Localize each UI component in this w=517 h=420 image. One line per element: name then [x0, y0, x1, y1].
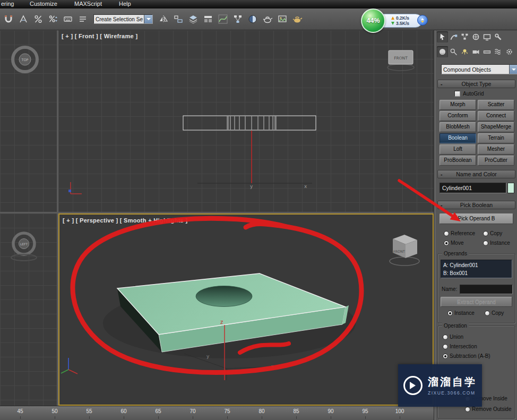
watermark: 溜溜自学 ZIXUE.3066.COM	[398, 364, 482, 407]
systems-category-icon[interactable]	[504, 46, 515, 57]
union-radio[interactable]	[443, 335, 448, 340]
top-viewcube-label: TOP	[21, 58, 28, 62]
boolean-button[interactable]: Boolean	[440, 133, 476, 143]
menu-item-help[interactable]: Help	[119, 1, 131, 7]
connect-button[interactable]: Connect	[478, 111, 514, 121]
subtraction-ab-radio[interactable]	[443, 354, 448, 359]
health-score-ball[interactable]: 44%	[361, 8, 385, 33]
create-tab-icon[interactable]	[437, 31, 448, 42]
render-production-icon[interactable]	[290, 12, 304, 26]
operands-group-label: Operands	[442, 251, 469, 256]
autogrid-checkbox[interactable]	[454, 91, 460, 97]
viewport-splitter-horizontal[interactable]	[0, 212, 434, 213]
intersection-radio[interactable]	[443, 344, 448, 349]
front-axis-tripod-icon	[68, 182, 82, 194]
mirror-icon[interactable]	[157, 12, 170, 26]
operand-list-item[interactable]: B: Box001	[443, 269, 510, 277]
menu-item-rendering[interactable]: ering	[1, 1, 14, 7]
top-viewport[interactable]: TOP	[0, 30, 57, 212]
main-toolbar: Create Selection Se	[0, 8, 517, 30]
spacewarps-category-icon[interactable]	[493, 46, 504, 57]
spinner-snap-icon[interactable]	[46, 12, 60, 26]
selection-set-dropdown[interactable]: Create Selection Se	[93, 14, 153, 24]
timeline-tick: 80	[258, 408, 264, 414]
display-tab-icon[interactable]	[481, 31, 493, 42]
reference-radio[interactable]	[444, 231, 449, 236]
copy-radio[interactable]	[483, 231, 488, 236]
name-color-rollout-header[interactable]: - Name and Color	[437, 170, 515, 178]
operand-name-input[interactable]	[460, 285, 513, 294]
rendered-frame-icon[interactable]	[275, 12, 289, 26]
render-setup-icon[interactable]	[261, 12, 274, 26]
terrain-button[interactable]: Terrain	[478, 133, 514, 143]
move-label: Move	[451, 240, 463, 246]
align-icon[interactable]	[171, 12, 185, 26]
extract-copy-label: Copy	[492, 310, 504, 316]
front-viewcube[interactable]: FRONT	[387, 50, 414, 71]
viewport-splitter-vertical[interactable]	[57, 30, 58, 406]
network-speed-widget[interactable]: 0.2K/s 3.5K/s 44%	[361, 8, 430, 33]
hierarchy-tab-icon[interactable]	[459, 31, 470, 42]
extract-operand-button[interactable]: Extract Operand	[441, 297, 512, 307]
conform-button[interactable]: Conform	[440, 111, 476, 121]
front-viewport-canvas: y x FRONT	[58, 30, 434, 212]
operand-list-item[interactable]: A: Cylinder001	[443, 261, 510, 269]
loft-button[interactable]: Loft	[440, 144, 476, 155]
schematic-view-icon[interactable]	[231, 12, 245, 26]
object-color-swatch[interactable]	[507, 183, 514, 193]
shapes-category-icon[interactable]	[448, 46, 459, 57]
category-dropdown-arrow-icon[interactable]	[509, 65, 517, 74]
mesher-button[interactable]: Mesher	[478, 144, 514, 155]
create-category-row	[437, 46, 515, 57]
morph-button[interactable]: Morph	[440, 100, 476, 110]
remove-outside-radio[interactable]	[465, 407, 470, 412]
scatter-button[interactable]: Scatter	[478, 100, 514, 110]
lights-category-icon[interactable]	[459, 46, 470, 57]
pick-boolean-rollout-header[interactable]: - Pick Boolean	[437, 201, 515, 209]
proboolean-button[interactable]: ProBoolean	[440, 156, 476, 166]
blobmesh-button[interactable]: BlobMesh	[440, 122, 476, 132]
dropdown-arrow-icon[interactable]	[144, 15, 152, 23]
persp-viewcube[interactable]: FRONT	[390, 235, 419, 265]
extract-instance-label: Instance	[454, 310, 475, 316]
motion-tab-icon[interactable]	[470, 31, 481, 42]
angle-snap-icon[interactable]	[16, 12, 30, 26]
material-editor-icon[interactable]	[246, 12, 260, 26]
instance-radio[interactable]	[483, 241, 488, 246]
operand-list[interactable]: A: Cylinder001 B: Box001	[441, 260, 512, 278]
utilities-tab-icon[interactable]	[493, 31, 504, 42]
keyboard-override-icon[interactable]	[61, 12, 75, 26]
menu-item-maxscript[interactable]: MAXScript	[74, 1, 102, 7]
geometry-category-icon[interactable]	[437, 46, 448, 57]
procutter-button[interactable]: ProCutter	[478, 156, 514, 166]
snap-toggle-icon[interactable]	[2, 12, 15, 26]
front-viewport-label[interactable]: [ + ] [ Front ] [ Wireframe ]	[62, 33, 137, 39]
collapse-icon: -	[441, 201, 443, 209]
menu-item-customize[interactable]: Customize	[30, 1, 57, 7]
collapse-icon: -	[441, 170, 443, 178]
ribbon-toggle-icon[interactable]	[201, 12, 215, 26]
modify-tab-icon[interactable]	[448, 31, 459, 42]
extract-copy-radio[interactable]	[485, 311, 490, 316]
layer-manager-icon[interactable]	[186, 12, 200, 26]
curve-editor-icon[interactable]	[216, 12, 230, 26]
extract-instance-radio[interactable]	[447, 311, 453, 316]
pick-operand-b-button[interactable]: Pick Operand B	[440, 213, 513, 224]
helpers-category-icon[interactable]	[481, 46, 493, 57]
wireframe-object[interactable]	[183, 116, 316, 130]
move-radio[interactable]	[444, 241, 449, 246]
cameras-category-icon[interactable]	[470, 46, 481, 57]
object-category-dropdown[interactable]: Compound Objects	[441, 64, 517, 74]
shapemerge-button[interactable]: ShapeMerge	[478, 122, 514, 132]
timeline-tick: 95	[362, 408, 368, 414]
timeline-track-bar[interactable]: 45 50 55 60 65 70 75 80 85 90 95 100	[0, 406, 434, 420]
named-selection-sets-icon[interactable]	[76, 12, 90, 26]
object-name-field[interactable]: Cylinder001	[440, 183, 506, 193]
perspective-viewport-label[interactable]: [ + ] [ Perspective ] [ Smooth + Highlig…	[63, 217, 187, 224]
front-viewport[interactable]: [ + ] [ Front ] [ Wireframe ] y x	[58, 30, 434, 212]
left-viewport[interactable]: LEFT	[0, 213, 57, 406]
object-type-rollout-header[interactable]: - Object Type	[437, 80, 515, 88]
perspective-viewport[interactable]: [ + ] [ Perspective ] [ Smooth + Highlig…	[58, 213, 434, 406]
percent-snap-icon[interactable]	[31, 12, 45, 26]
speed-updown-icon[interactable]	[417, 15, 428, 25]
